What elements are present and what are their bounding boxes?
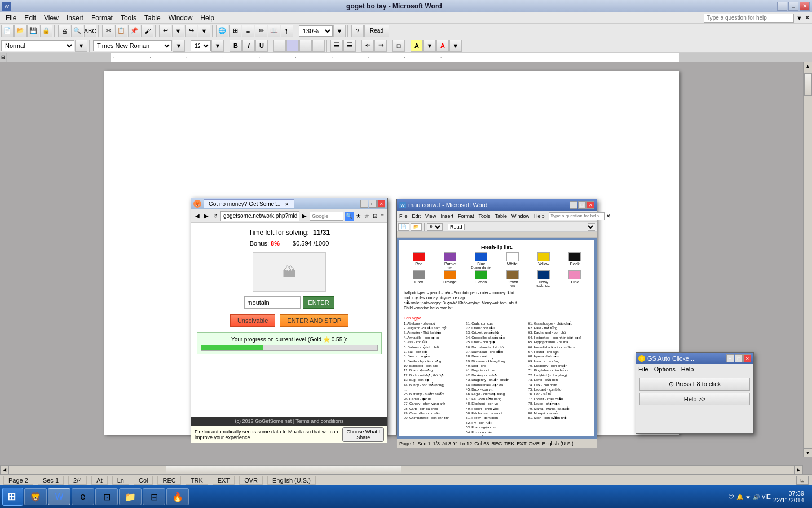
align-left-btn[interactable]: ≡ [273,40,286,52]
taskbar-app-word[interactable]: W [48,488,70,505]
w2-view[interactable]: View [425,213,436,219]
print-preview-btn[interactable]: 🔍 [71,25,83,37]
taskbar-app-firefox[interactable]: 🔥 [166,488,189,505]
align-center-btn[interactable]: ≡ [286,40,299,52]
outdent-btn[interactable]: ⇐ [361,40,374,52]
ac-file[interactable]: File [638,366,648,373]
indent-btn[interactable]: ⇒ [374,40,387,52]
ac-options[interactable]: Options [654,366,676,373]
table-btn[interactable]: ⊞ [229,25,241,37]
ac-min-btn[interactable]: − [726,354,734,362]
search-btn[interactable]: 🔍 [345,212,354,221]
w2-tb-icon[interactable]: 📄 [398,223,409,231]
bookmarks-btn[interactable]: ★ [355,213,362,219]
paste-btn[interactable]: 📌 [128,25,140,37]
menu-window[interactable]: Window [165,13,196,23]
fontcolor-drop-btn[interactable]: ▼ [449,40,462,52]
fontsize-drop-btn[interactable]: ▼ [211,40,224,52]
menu-edit[interactable]: Edit [21,13,39,23]
bullets-btn[interactable]: ☰ [330,40,343,52]
ac-close-btn[interactable]: ✕ [743,354,751,362]
minimize-button[interactable]: − [777,2,787,11]
browser-tab-close[interactable]: ✕ [285,202,289,207]
maximize-button[interactable]: □ [788,2,798,11]
help-close-btn[interactable]: ✕ [805,14,810,21]
w2-zoom[interactable]: 80% [427,223,443,231]
taskbar-app-misc2[interactable]: ⊟ [143,488,165,505]
start-button[interactable]: ⊞ [2,488,23,506]
browser-tab[interactable]: Got no money? Get Some!... ✕ [204,199,294,208]
numbering-btn[interactable]: ☰ [343,40,356,52]
word2-min-btn[interactable]: − [570,201,577,209]
style-drop-btn[interactable]: ▼ [75,40,87,52]
redo-drop-btn[interactable]: ▼ [198,25,210,37]
copy-btn[interactable]: 📋 [115,25,127,37]
taskbar-app-folder[interactable]: 📁 [119,488,142,505]
taskbar-app-explorer[interactable]: 🦁 [24,488,47,505]
align-justify-btn[interactable]: ≡ [312,40,325,52]
w2-tools[interactable]: Tools [478,213,490,219]
w2-table[interactable]: Table [495,213,507,219]
browser-min-btn[interactable]: − [360,200,368,208]
spell-btn[interactable]: ABC [84,25,96,37]
horizontal-scrollbar[interactable]: ◀ ▶ [0,465,803,474]
align-right-btn[interactable]: ≡ [299,40,312,52]
docmap-btn[interactable]: 📖 [268,25,280,37]
ac-help[interactable]: Help [681,366,694,373]
menu-table[interactable]: Table [141,13,164,23]
menu-format[interactable]: Format [88,13,116,23]
browser-menu-btn[interactable]: ⊡ [372,213,378,219]
permission-btn[interactable]: 🔒 [40,25,52,37]
browser-max-btn[interactable]: □ [369,200,377,208]
w2-edit[interactable]: Edit [412,213,421,219]
menu-tools[interactable]: Tools [117,13,140,23]
read-btn[interactable]: Read [364,25,389,37]
font-drop-btn[interactable]: ▼ [173,40,185,52]
help-search-input[interactable] [704,14,794,23]
style-select[interactable]: Normal [1,40,74,51]
redo-btn[interactable]: ↪ [185,25,197,37]
close-button[interactable]: ✕ [800,2,810,11]
undo-btn[interactable]: ↩ [159,25,171,37]
new-btn[interactable]: 📄 [1,25,14,37]
w2-help-search[interactable] [549,212,605,220]
cut-btn[interactable]: ✂ [102,25,114,37]
underline-btn[interactable]: U [255,40,268,52]
browser-back-btn[interactable]: ◀ [193,213,201,219]
browser-close-btn[interactable]: ✕ [377,200,385,208]
w2-help[interactable]: Help [534,213,545,219]
save-btn[interactable]: 💾 [27,25,39,37]
font-select[interactable]: Times New Roman [93,40,172,51]
w2-fontsize[interactable]: 12 [588,223,595,231]
menu-view[interactable]: View [41,13,62,23]
press-f8-button[interactable]: ⊙ Press F8 to click [639,378,750,391]
bold-btn[interactable]: B [230,40,242,52]
word2-close-btn[interactable]: ✕ [586,201,594,209]
fontcolor-btn[interactable]: A [436,40,449,52]
scroll-right-btn[interactable]: ▶ [794,466,803,475]
columns-btn[interactable]: ≡ [242,25,254,37]
print-btn[interactable]: 🖨 [58,25,70,37]
browser-fwd-btn[interactable]: ▶ [202,213,210,219]
format-painter-btn[interactable]: 🖌 [141,25,153,37]
menu-insert[interactable]: Insert [63,13,87,23]
italic-btn[interactable]: I [242,40,255,52]
undo-drop-btn[interactable]: ▼ [172,25,184,37]
highlight-btn[interactable]: A [411,40,423,52]
taskbar-app-ie[interactable]: e [72,488,94,505]
taskbar-app-misc1[interactable]: ⊡ [95,488,118,505]
enter-stop-button[interactable]: ENTER AND STOP [280,314,348,327]
browser-url-input[interactable] [220,211,299,221]
browser-settings-btn[interactable]: ≡ [379,213,385,219]
w2-tb-open[interactable]: 📂 [411,223,422,231]
web-btn[interactable]: 🌐 [216,25,228,37]
vertical-scrollbar[interactable]: ▲ ▼ [803,62,812,457]
captcha-input[interactable] [244,296,301,309]
firefox-share-btn[interactable]: Choose What I Share [342,427,384,442]
highlight-drop-btn[interactable]: ▼ [423,40,436,52]
w2-insert[interactable]: Insert [440,213,453,219]
open-btn[interactable]: 📂 [14,25,27,37]
border-btn[interactable]: □ [392,40,405,52]
w2-read-btn[interactable]: Read [448,224,465,230]
h-scroll-thumb[interactable] [166,466,401,474]
